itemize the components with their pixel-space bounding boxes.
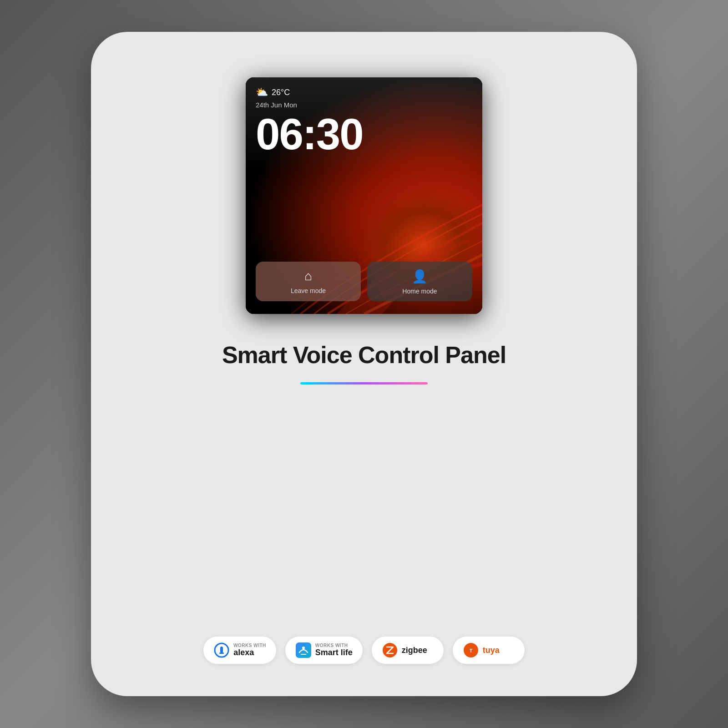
smartlife-works-with: WORKS WITH bbox=[315, 643, 353, 648]
alexa-icon bbox=[213, 642, 230, 658]
alexa-works-with: WORKS WITH bbox=[233, 643, 266, 648]
zigbee-text-group: zigbee bbox=[402, 646, 427, 655]
home-mode-label: Home mode bbox=[402, 288, 437, 295]
leave-mode-icon: ⌂ bbox=[304, 269, 312, 283]
svg-rect-1 bbox=[220, 647, 223, 653]
tuya-icon: T bbox=[463, 642, 479, 658]
badge-zigbee: zigbee bbox=[371, 636, 444, 664]
badge-smartlife: WORKS WITH Smart life bbox=[285, 636, 363, 664]
rainbow-divider bbox=[300, 382, 428, 384]
tuya-text-group: tuya bbox=[483, 646, 500, 655]
compatibility-badges: WORKS WITH alexa bbox=[203, 636, 525, 664]
time-display: 06:30 bbox=[256, 112, 472, 156]
zigbee-name: zigbee bbox=[402, 646, 427, 655]
home-mode-button[interactable]: 👤 Home mode bbox=[367, 262, 472, 301]
device-screen: ⛅ 26°C 24th Jun Mon 06:30 ⌂ Leave mode 👤… bbox=[246, 77, 482, 314]
badge-alexa: WORKS WITH alexa bbox=[203, 636, 277, 664]
product-card: ⛅ 26°C 24th Jun Mon 06:30 ⌂ Leave mode 👤… bbox=[91, 32, 637, 696]
product-title: Smart Voice Control Panel bbox=[222, 341, 506, 369]
screen-content: ⛅ 26°C 24th Jun Mon 06:30 ⌂ Leave mode 👤… bbox=[246, 77, 482, 314]
weather-row: ⛅ 26°C bbox=[256, 86, 472, 98]
alexa-name: alexa bbox=[233, 648, 266, 657]
temperature-display: 26°C bbox=[272, 88, 290, 97]
badge-tuya: T tuya bbox=[452, 636, 525, 664]
mode-buttons-row: ⌂ Leave mode 👤 Home mode bbox=[256, 262, 472, 305]
svg-point-4 bbox=[302, 647, 305, 649]
smartlife-icon bbox=[295, 642, 312, 658]
alexa-text-group: WORKS WITH alexa bbox=[233, 643, 266, 657]
zigbee-icon bbox=[382, 642, 398, 658]
smartlife-name: Smart life bbox=[315, 648, 353, 657]
leave-mode-button[interactable]: ⌂ Leave mode bbox=[256, 262, 361, 301]
date-display: 24th Jun Mon bbox=[256, 101, 472, 109]
device-frame: ⛅ 26°C 24th Jun Mon 06:30 ⌂ Leave mode 👤… bbox=[246, 77, 482, 314]
svg-rect-2 bbox=[219, 652, 224, 654]
weather-icon: ⛅ bbox=[256, 86, 268, 98]
home-mode-icon: 👤 bbox=[412, 269, 428, 284]
leave-mode-label: Leave mode bbox=[291, 287, 326, 294]
tuya-name: tuya bbox=[483, 646, 500, 655]
smartlife-text-group: WORKS WITH Smart life bbox=[315, 643, 353, 657]
svg-text:T: T bbox=[469, 648, 472, 653]
